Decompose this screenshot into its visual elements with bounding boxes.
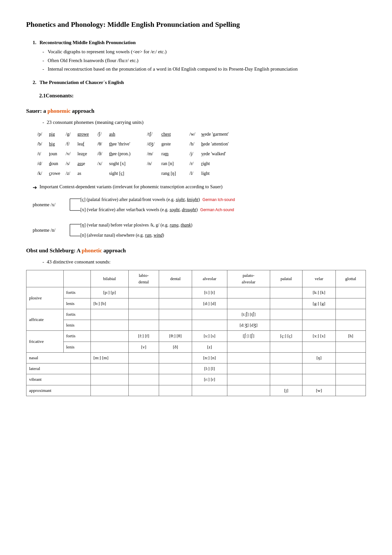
sauer-heading-pre: Sauer: a <box>26 108 46 114</box>
td-nasal-alveolar: [n:] [n] <box>192 352 227 363</box>
table-header-row: bilabial labio-dental dental alveolar pa… <box>26 270 366 287</box>
td-plosive-velar-fortis: [k:] [k] <box>302 287 336 298</box>
td-plosive-labio-lenis <box>128 298 159 309</box>
td-plosive-palatal-lenis <box>270 298 302 309</box>
td-lateral: lateral <box>26 363 91 374</box>
th-labio-dental: labio-dental <box>128 270 159 287</box>
section-1-label: Reconstructing Middle English Pronunciat… <box>40 40 136 45</box>
td-approximant: approximant <box>26 385 91 396</box>
obst-heading-pre: Obst und Schleburg: A <box>26 247 80 254</box>
obst-bullet: 43 distinctive consonant sounds: <box>42 258 366 266</box>
td-affricate-palato-fortis: [t:ʃ] [tʃ] <box>227 309 270 320</box>
td-fricative-glottal-fortis: [h] <box>335 331 366 342</box>
fork2-bracket <box>69 220 80 240</box>
sauer-bullet: 23 consonant phonemes (meaning carrying … <box>42 119 366 126</box>
th-alveolar: alveolar <box>192 270 227 287</box>
td-affricate-fortis: fortis <box>63 309 90 320</box>
fork1-bracket <box>69 195 80 214</box>
section-1-bullets: Vocalic digraphs to represent long vowel… <box>33 48 366 73</box>
td-fricative-lenis: lenis <box>63 342 90 352</box>
th-empty1 <box>26 270 64 287</box>
obst-phonetic: phonetic <box>82 247 102 254</box>
td-plosive-velar-lenis: [g:] [g] <box>302 298 336 309</box>
fork1-bottom-german: German Ach-sound <box>200 207 234 213</box>
row-fricative-lenis: lenis [v] [ð] [z] <box>26 342 366 352</box>
fork1-bottom: [x] (velar fricative) after velar/back v… <box>80 206 235 213</box>
section-1-num: 1. <box>33 40 36 45</box>
td-affricate: affricate <box>26 309 64 331</box>
td-nasal-bilabial: [m:] [m] <box>90 352 128 363</box>
fork1: phoneme /x/ [ç] (palatal fricative) afte… <box>33 195 366 214</box>
sauer-phonemic: phonemic <box>47 108 71 114</box>
td-plosive-labio-fortis <box>128 287 159 298</box>
phoneme-row-2: /b/ big /f/ leaf /θ/ thee 'thrive' /dʒ/ … <box>36 140 231 149</box>
bullet-1-1: Vocalic digraphs to represent long vowel… <box>42 48 366 56</box>
td-plosive-dental-lenis <box>159 298 192 309</box>
ph-1-7: /tʃ/ <box>146 130 159 139</box>
fork-diagrams: phoneme /x/ [ç] (palatal fricative) afte… <box>33 195 366 240</box>
section-2-num: 2. <box>33 80 36 85</box>
td-fricative-labio-lenis: [v] <box>128 342 159 352</box>
td-plosive-fortis: fortis <box>63 287 90 298</box>
ph-1-10: wede 'garment' <box>199 130 231 139</box>
th-bilabial: bilabial <box>90 270 128 287</box>
ph-1-1: /p/ <box>36 130 46 139</box>
page-title: Phonetics and Phonology: Middle English … <box>26 20 366 30</box>
consonant-table: bilabial labio-dental dental alveolar pa… <box>26 270 366 396</box>
td-lateral-alveolar: [l:] [l] <box>192 363 227 374</box>
row-plosive: plosive fortis [p:] [p] [t:] [t] [k:] [k… <box>26 287 366 298</box>
td-fricative-labio-fortis: [f:] [f] <box>128 331 159 342</box>
td-fricative-velar-fortis: [x:] [x] <box>302 331 336 342</box>
td-fricative-dental-fortis: [θ:] [θ] <box>159 331 192 342</box>
row-fricative-fortis: fricative fortis [f:] [f] [θ:] [θ] [s:] … <box>26 331 366 342</box>
td-plosive-alveolar-lenis: [d:] [d] <box>192 298 227 309</box>
td-plosive-dental-fortis <box>159 287 192 298</box>
arrow-text: Important Context-dependent variants (ir… <box>40 183 222 191</box>
fork2-items: [ŋ] (velar nasal) before velar plosives … <box>80 222 192 239</box>
fork2-bottom: [n] (alveolar nasal) elsewhere (e.g. ran… <box>80 232 192 239</box>
section-1: 1. Reconstructing Middle English Pronunc… <box>33 39 366 73</box>
th-velar: velar <box>302 270 336 287</box>
td-approximant-palatal: [j] <box>270 385 302 396</box>
obst-heading: Obst und Schleburg: A phonetic approach <box>26 246 366 255</box>
arrow-bullet: ➔ Important Context-dependent variants (… <box>33 183 366 192</box>
td-approximant-velar: [w] <box>302 385 336 396</box>
fork2-label: phoneme /n/ <box>33 227 69 234</box>
td-vibrant: vibrant <box>26 374 91 385</box>
ph-1-5: /ʃ/ <box>96 130 106 139</box>
row-vibrant: vibrant [r:] [r] <box>26 374 366 385</box>
section-2: 2. The Pronunciation of Chaucer´s Englis… <box>33 79 366 86</box>
td-plosive-lenis: lenis <box>63 298 90 309</box>
sauer-heading: Sauer: a phonemic approach <box>26 107 366 115</box>
td-nasal: nasal <box>26 352 91 363</box>
phoneme-row-3: /t/ toun /v/ leave /ð/ thee (pron.) /m/ … <box>36 149 231 159</box>
main-list: 1. Reconstructing Middle English Pronunc… <box>26 39 366 86</box>
td-fricative-palato-fortis: [ʃ:] [ʃ] <box>227 331 270 342</box>
ph-1-2: pig <box>46 130 64 139</box>
row-affricate-fortis: affricate fortis [t:ʃ] [tʃ] <box>26 309 366 320</box>
row-approximant: approximant [j] [w] <box>26 385 366 396</box>
phoneme-row-5: /k/ crowe /z/ as sight [ç] rang [ŋ] /l/ … <box>36 169 231 178</box>
row-nasal: nasal [m:] [m] [n:] [n] [ŋ] <box>26 352 366 363</box>
td-fricative-palatal-fortis: [ç:] [ç] <box>270 331 302 342</box>
fork2: phoneme /n/ [ŋ] (velar nasal) before vel… <box>33 220 366 240</box>
td-vibrant-alveolar: [r:] [r] <box>192 374 227 385</box>
section-2-label: The Pronunciation of Chaucer´s English <box>40 80 124 85</box>
th-dental: dental <box>159 270 192 287</box>
ph-1-9: /w/ <box>188 130 199 139</box>
td-plosive-glottal-lenis <box>335 298 366 309</box>
fork1-items: [ç] (palatal fricative) after palatal/fr… <box>80 196 235 213</box>
fork1-top: [ç] (palatal fricative) after palatal/fr… <box>80 196 235 203</box>
fork2-top: [ŋ] (velar nasal) before velar plosives … <box>80 222 192 228</box>
ph-1-3: /g/ <box>64 130 75 139</box>
phoneme-table: /p/ pig /g/ growe /ʃ/ ash /tʃ/ chest /w/… <box>36 129 231 179</box>
td-plosive: plosive <box>26 287 64 309</box>
bullet-1-2: Often Old French loanwords (flour /flu:r… <box>42 57 366 64</box>
row-plosive-lenis: lenis [b:] [b] [d:] [d] [g:] [g] <box>26 298 366 309</box>
td-plosive-palato-fortis <box>227 287 270 298</box>
td-fricative-alveolar-lenis: [z] <box>192 342 227 352</box>
phoneme-grid: /p/ pig /g/ growe /ʃ/ ash /tʃ/ chest /w/… <box>36 129 366 179</box>
th-empty2 <box>63 270 90 287</box>
td-plosive-glottal-fortis <box>335 287 366 298</box>
row-affricate-lenis: lenis [d:ʒ] [dʒ] <box>26 320 366 331</box>
